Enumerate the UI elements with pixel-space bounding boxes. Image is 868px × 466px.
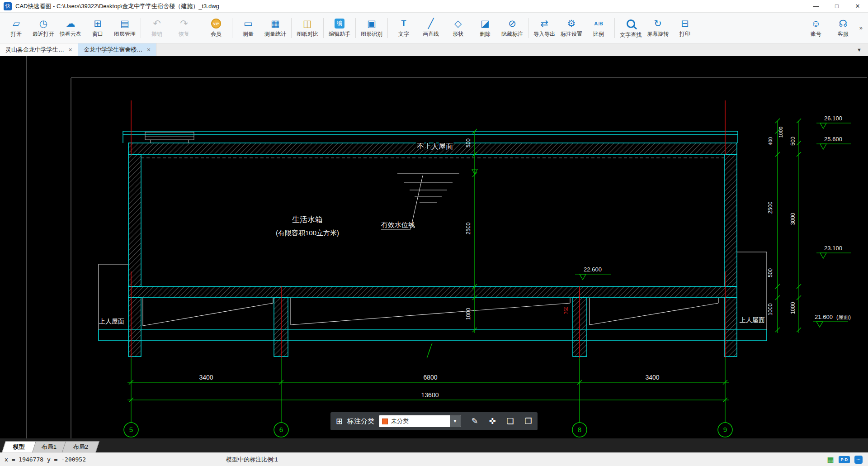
doc-tab-2-active[interactable]: 金龙中学学生宿舍楼… ✕: [78, 43, 156, 56]
compare-icon: ◫: [303, 18, 312, 29]
close-button[interactable]: ✕: [847, 0, 868, 12]
category-grid-icon[interactable]: ⊞: [336, 416, 343, 426]
dim-750-red: 750: [564, 306, 569, 314]
layer-manage-button[interactable]: ▤图层管理: [111, 14, 138, 42]
sheet-tab-layout2[interactable]: 布局2: [62, 441, 99, 452]
elevation-26100: 26.100: [824, 115, 842, 122]
export-table-icon[interactable]: ▦: [827, 455, 834, 464]
dim-3400-right: 3400: [645, 374, 659, 381]
doc-tab-1-close-icon[interactable]: ✕: [68, 47, 72, 53]
edit-assistant-button[interactable]: 编编辑助手: [326, 14, 353, 42]
ratio-icon: A:B: [594, 18, 603, 29]
grid-bubble-9: 9: [723, 426, 727, 433]
undo-icon: ↶: [153, 18, 161, 29]
open-button[interactable]: ▱打开: [3, 14, 30, 42]
elevation-21600: 21.600: [815, 314, 833, 320]
stats-grid-icon: ▦: [271, 18, 280, 29]
shape-recognition-button[interactable]: ▣图形识别: [358, 14, 385, 42]
dim-2500-right: 2500: [767, 201, 774, 214]
category-dropdown-value: 未分类: [391, 417, 449, 425]
account-button[interactable]: ☺账号: [802, 14, 830, 42]
redo-button[interactable]: ↷恢复: [170, 14, 198, 42]
minimize-button[interactable]: —: [806, 0, 826, 12]
annotation-toolbar: ⊞ 标注分类 未分类 ▼ ✎ ✜ ❏ ❐: [330, 412, 538, 430]
toolbar-separator: [323, 18, 324, 38]
window-button[interactable]: ⊞窗口: [84, 14, 111, 42]
category-dropdown[interactable]: 未分类 ▼: [379, 415, 460, 427]
toolbar-overflow-icon[interactable]: »: [857, 24, 865, 31]
category-color-swatch: [382, 418, 388, 424]
grid-bubble-5: 5: [129, 426, 133, 433]
drawing-canvas[interactable]: 不上人屋面 生活水箱 (有限容积100立方米) 有效水位线 上人屋面 上人屋面 …: [0, 56, 868, 438]
draw-line-button[interactable]: ╱画直线: [417, 14, 444, 42]
print-button[interactable]: ⊟打印: [671, 14, 698, 42]
feedback-chat-icon[interactable]: ⋯: [854, 456, 863, 464]
window-controls: — □ ✕: [806, 0, 868, 12]
toolbar-separator: [200, 18, 200, 38]
tab-list-dropdown-icon[interactable]: ▼: [850, 47, 868, 52]
dimension-lines: [127, 119, 801, 423]
edit-annotation-button[interactable]: ✎: [472, 416, 478, 426]
text-button[interactable]: T文字: [390, 14, 417, 42]
dropdown-arrow-icon[interactable]: ▼: [450, 415, 461, 427]
sheet-tab-model[interactable]: 模型: [2, 441, 36, 452]
printer-icon: ⊟: [681, 18, 689, 29]
pdf-converter-icon[interactable]: P-D: [839, 456, 850, 463]
delete-button[interactable]: ◪删除: [472, 14, 499, 42]
dim-1000-right-top: 1000: [778, 127, 783, 138]
layers-icon: ▤: [120, 18, 129, 29]
undo-button[interactable]: ↶撤销: [143, 14, 170, 42]
dim-500-outer: 500: [790, 137, 796, 146]
measure-button[interactable]: ▭测量: [235, 14, 262, 42]
text-icon: T: [401, 18, 406, 29]
elevation-25600: 25.600: [824, 136, 842, 143]
manhole-cover: [145, 132, 194, 143]
recent-open-button[interactable]: ◷最近打开: [30, 14, 57, 42]
annotation-settings-button[interactable]: ⚙标注设置: [558, 14, 585, 42]
vip-badge-icon: VIP: [211, 19, 221, 29]
toolbar-separator: [528, 18, 528, 38]
measure-stats-button[interactable]: ▦测量统计: [262, 14, 289, 42]
access-roof-right-label: 上人屋面: [740, 316, 765, 323]
access-roof-left-label: 上人屋面: [99, 318, 124, 325]
toolbar-separator: [800, 18, 800, 38]
dim-500-right: 500: [767, 268, 774, 277]
doc-tab-2-label: 金龙中学学生宿舍楼…: [84, 46, 142, 54]
move-annotation-button[interactable]: ✜: [489, 416, 496, 426]
eraser-icon: ◪: [481, 18, 490, 29]
shapes-icon: ◇: [454, 18, 462, 29]
magnifier-icon: [627, 19, 635, 28]
sheet-frame: [26, 56, 867, 438]
tank-walls: [128, 154, 737, 298]
shape-button[interactable]: ◇形状: [444, 14, 472, 42]
hide-annotation-button[interactable]: ⊘隐藏标注: [499, 14, 526, 42]
customer-service-button[interactable]: ☊客服: [830, 14, 857, 42]
cloud-disk-button[interactable]: ☁快看云盘: [57, 14, 84, 42]
text-search-button[interactable]: 文字查找: [617, 14, 644, 42]
vip-button[interactable]: VIP会员: [203, 14, 230, 42]
toolbar-separator: [232, 18, 232, 38]
screen-rotate-button[interactable]: ↻屏幕旋转: [644, 14, 671, 42]
person-icon: ☺: [811, 18, 821, 29]
scale-button[interactable]: A:B比例: [585, 14, 612, 42]
import-export-icon: ⇄: [540, 18, 548, 29]
main-toolbar: ▱打开 ◷最近打开 ☁快看云盘 ⊞窗口 ▤图层管理 ↶撤销 ↷恢复 VIP会员 …: [0, 13, 868, 43]
recognition-icon: ▣: [367, 18, 376, 29]
dim-2500-mid: 2500: [465, 222, 472, 234]
rotate-icon: ↻: [654, 18, 662, 29]
doc-tab-2-close-icon[interactable]: ✕: [146, 47, 151, 53]
sheet-tab-strip: 模型 布局1 布局2: [0, 438, 868, 452]
toolbar-separator: [291, 18, 292, 38]
roof-suffix-label: (屋面): [836, 314, 851, 320]
doc-tab-1[interactable]: 灵山县金龙中学学生… ✕: [0, 43, 78, 56]
annotation-scale-info: 模型中的标注比例:1: [226, 456, 278, 464]
maximize-button[interactable]: □: [826, 0, 847, 12]
elevation-22600: 22.600: [584, 266, 602, 273]
grid-bubble-8: 8: [578, 426, 581, 433]
import-export-button[interactable]: ⇄导入导出: [531, 14, 558, 42]
paste-annotation-button[interactable]: ❐: [525, 416, 532, 426]
copy-annotation-button[interactable]: ❏: [507, 416, 514, 426]
drawing-compare-button[interactable]: ◫图纸对比: [294, 14, 321, 42]
dim-3000-outer: 3000: [790, 213, 796, 225]
dim-13600-total: 13600: [421, 391, 439, 399]
